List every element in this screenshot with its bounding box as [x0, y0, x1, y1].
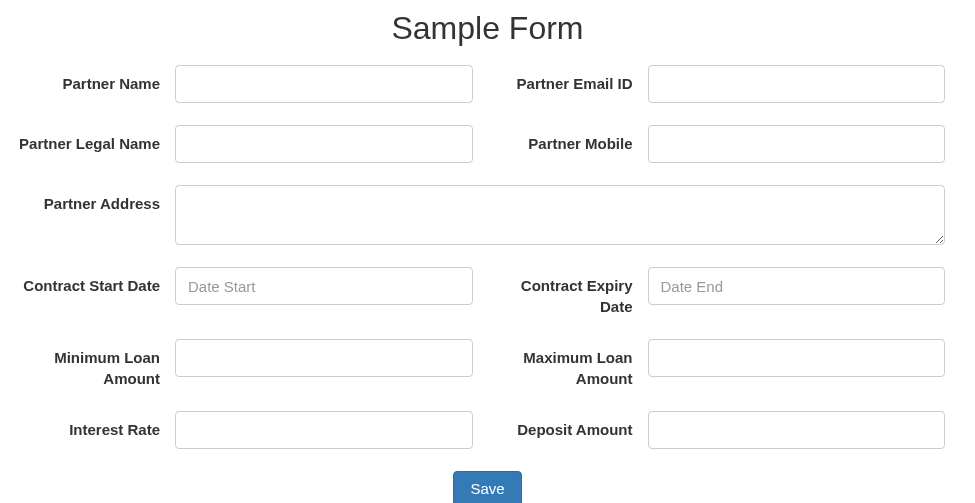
partner-email-label: Partner Email ID: [488, 65, 648, 94]
contract-expiry-label: Contract Expiry Date: [488, 267, 648, 317]
min-loan-label: Minimum Loan Amount: [15, 339, 175, 389]
partner-mobile-label: Partner Mobile: [488, 125, 648, 154]
partner-email-input[interactable]: [648, 65, 946, 103]
max-loan-label: Maximum Loan Amount: [488, 339, 648, 389]
partner-legal-name-input[interactable]: [175, 125, 473, 163]
min-loan-input[interactable]: [175, 339, 473, 377]
partner-address-label: Partner Address: [15, 185, 175, 214]
interest-rate-input[interactable]: [175, 411, 473, 449]
partner-name-input[interactable]: [175, 65, 473, 103]
contract-start-input[interactable]: [175, 267, 473, 305]
save-button[interactable]: Save: [453, 471, 521, 503]
partner-name-label: Partner Name: [15, 65, 175, 94]
contract-expiry-input[interactable]: [648, 267, 946, 305]
form-title: Sample Form: [15, 10, 960, 47]
deposit-amount-label: Deposit Amount: [488, 411, 648, 440]
deposit-amount-input[interactable]: [648, 411, 946, 449]
partner-address-input[interactable]: [175, 185, 945, 245]
partner-legal-name-label: Partner Legal Name: [15, 125, 175, 154]
interest-rate-label: Interest Rate: [15, 411, 175, 440]
contract-start-label: Contract Start Date: [15, 267, 175, 296]
max-loan-input[interactable]: [648, 339, 946, 377]
partner-mobile-input[interactable]: [648, 125, 946, 163]
